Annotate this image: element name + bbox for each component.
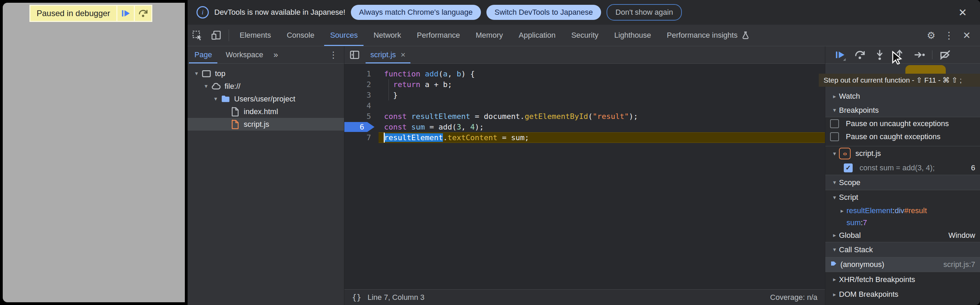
tab-performance-insights[interactable]: Performance insights (659, 25, 758, 46)
code-text[interactable]: resultElement.textContent = sum; (379, 132, 825, 143)
tab-close-icon[interactable]: × (401, 50, 406, 60)
gutter-line-3[interactable]: 3 (344, 90, 379, 101)
tree-caret-icon[interactable]: ▾ (192, 70, 200, 77)
gutter-line-5[interactable]: 5 (344, 111, 379, 122)
section-caret-icon[interactable]: ▾ (830, 107, 839, 114)
toggle-navigator-icon[interactable] (344, 50, 365, 60)
deactivate-breakpoints-icon[interactable] (935, 48, 955, 62)
code-line-1[interactable]: 1function add(a, b) { (344, 69, 825, 79)
switch-devtools-japanese-button[interactable]: Switch DevTools to Japanese (487, 5, 601, 20)
scope-var-global[interactable]: ▸GlobalWindow (825, 228, 980, 242)
settings-gear-icon[interactable]: ⚙ (922, 30, 940, 41)
tree-caret-icon[interactable]: ▾ (202, 83, 210, 90)
section-caret-icon[interactable]: ▸ (830, 291, 839, 298)
tab-sources[interactable]: Sources (322, 25, 366, 46)
code-line-3[interactable]: 3 } (344, 90, 825, 101)
section-caret-icon[interactable]: ▾ (830, 150, 839, 157)
section-caret-icon[interactable]: ▾ (830, 179, 839, 186)
always-match-language-button[interactable]: Always match Chrome's language (351, 5, 481, 20)
tab-elements[interactable]: Elements (232, 25, 279, 46)
code-text[interactable]: function add(a, b) { (379, 69, 825, 79)
tree-item-script-js[interactable]: script.js (188, 118, 344, 131)
callstack-frame-anonymous[interactable]: (anonymous)script.js:7 (825, 257, 980, 272)
section-dom-breakpoints[interactable]: ▸DOM Breakpoints (825, 287, 980, 302)
breakpoint-entry[interactable]: const sum = add(3, 4);6 (825, 161, 980, 175)
checkbox[interactable] (830, 132, 839, 141)
pretty-print-icon[interactable]: {} (352, 293, 361, 302)
file-tree: ▾top▾file://▾Users/user/projectindex.htm… (188, 64, 344, 131)
editor-tab-scriptjs[interactable]: script.js × (365, 46, 411, 63)
breakpoint-position-badge[interactable]: 6 (344, 122, 374, 132)
scope-type: Window (948, 231, 975, 240)
section-script-js[interactable]: ▾‹›script.js (825, 146, 980, 161)
code-line-4[interactable]: 4 (344, 101, 825, 111)
more-tabs-chevron[interactable]: » (270, 50, 282, 60)
dont-show-again-button[interactable]: Don't show again (606, 4, 682, 21)
checkbox-pause-on-caught-exceptions[interactable]: Pause on caught exceptions (825, 130, 980, 143)
close-devtools-icon[interactable]: ✕ (958, 30, 975, 41)
infobar-close-icon[interactable]: ✕ (958, 6, 971, 19)
checkbox-checked[interactable] (844, 163, 853, 172)
step-over-icon[interactable] (850, 48, 870, 62)
section-caret-icon[interactable]: ▾ (830, 194, 839, 201)
tab-memory[interactable]: Memory (468, 25, 511, 46)
tree-item-users-user-project[interactable]: ▾Users/user/project (188, 93, 344, 105)
section-call-stack[interactable]: ▾Call Stack (825, 242, 980, 257)
tab-performance[interactable]: Performance (409, 25, 468, 46)
more-options-kebab-icon[interactable]: ⋮ (940, 30, 958, 41)
resume-script-icon[interactable] (118, 6, 134, 21)
gutter-line-2[interactable]: 2 (344, 79, 379, 90)
gutter-line-4[interactable]: 4 (344, 101, 379, 111)
tab-security[interactable]: Security (563, 25, 606, 46)
section-scope[interactable]: ▾Scope (825, 175, 980, 190)
step-over-icon[interactable] (135, 6, 151, 21)
tab-page[interactable]: Page (188, 46, 219, 63)
section-breakpoints[interactable]: ▾Breakpoints (825, 104, 980, 117)
tree-caret-icon[interactable]: ▾ (212, 95, 220, 102)
section-caret-icon[interactable]: ▾ (830, 246, 839, 253)
step-into-icon[interactable] (870, 48, 889, 62)
tab-label: Console (287, 31, 315, 40)
tab-lighthouse[interactable]: Lighthouse (606, 25, 659, 46)
section-caret-icon[interactable]: ▸ (830, 232, 839, 239)
gutter-line-6[interactable]: 6 (344, 122, 379, 132)
checkbox[interactable] (830, 119, 839, 128)
section-xhr-fetch-breakpoints[interactable]: ▸XHR/fetch Breakpoints (825, 272, 980, 287)
scope-var-resultelement[interactable]: ▸resultElement: div#result (825, 204, 980, 217)
section-caret-icon[interactable]: ▸ (830, 93, 839, 100)
inspect-icon[interactable] (188, 25, 207, 46)
navigator-kebab-icon[interactable]: ⋮ (323, 50, 344, 60)
resume-icon[interactable] (830, 48, 850, 62)
tree-item-top[interactable]: ▾top (188, 67, 344, 80)
section-label: script.js (855, 149, 881, 158)
section-watch[interactable]: ▸Watch (825, 89, 980, 104)
section-caret-icon[interactable]: ▸ (830, 276, 839, 283)
code-line-5[interactable]: 5const resultElement = document.getEleme… (344, 111, 825, 122)
tab-console[interactable]: Console (279, 25, 323, 46)
tab-workspace[interactable]: Workspace (219, 46, 270, 63)
scope-var-sum[interactable]: sum: 7 (825, 217, 980, 228)
step-out-icon[interactable] (889, 48, 910, 62)
code-text[interactable]: const sum = add(3, 4); (379, 122, 825, 132)
section-caret-icon[interactable]: ▸ (838, 207, 846, 214)
code-text[interactable]: const resultElement = document.getElemen… (379, 111, 825, 122)
browser-page-dimmed: Paused in debugger (3, 3, 185, 302)
code-editor[interactable]: 1function add(a, b) {2 return a + b;3 }4… (344, 64, 825, 289)
code-text[interactable]: } (379, 90, 825, 101)
checkbox-pause-on-uncaught-exceptions[interactable]: Pause on uncaught exceptions (825, 117, 980, 130)
tree-item-file[interactable]: ▾file:// (188, 80, 344, 93)
tab-network[interactable]: Network (366, 25, 409, 46)
section-script[interactable]: ▾Script (825, 190, 980, 204)
gutter-line-1[interactable]: 1 (344, 69, 379, 79)
device-toolbar-icon[interactable] (207, 25, 226, 46)
code-text[interactable] (379, 101, 825, 111)
code-line-2[interactable]: 2 return a + b; (344, 79, 825, 90)
code-line-6[interactable]: 6const sum = add(3, 4); (344, 122, 825, 132)
gutter-line-7[interactable]: 7 (344, 132, 379, 143)
tree-item-index-html[interactable]: index.html (188, 105, 344, 118)
step-icon[interactable] (910, 48, 929, 62)
indent-guide (388, 79, 389, 101)
code-text[interactable]: return a + b; (379, 79, 825, 90)
tab-application[interactable]: Application (511, 25, 563, 46)
code-line-7[interactable]: 7resultElement.textContent = sum; (344, 132, 825, 143)
